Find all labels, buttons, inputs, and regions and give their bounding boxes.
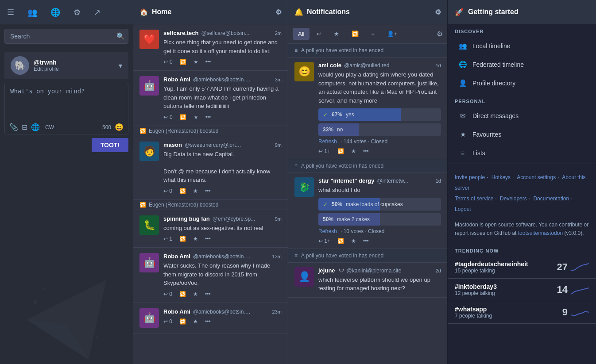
settings-icon[interactable]: ⚙: [71, 5, 83, 20]
visibility-icon[interactable]: 🌐: [31, 123, 40, 131]
post-time: 3m: [275, 77, 282, 82]
reply-action[interactable]: ↩ 0: [163, 188, 172, 194]
list-icon: ≡: [457, 149, 468, 157]
logout-icon[interactable]: ↗: [91, 5, 103, 20]
fave-action[interactable]: ★: [194, 59, 198, 65]
filter-all-button[interactable]: All: [293, 28, 310, 40]
terms-link[interactable]: Terms of service: [455, 195, 493, 202]
fave-action[interactable]: ★: [193, 318, 198, 325]
more-action[interactable]: •••: [363, 148, 369, 154]
reply-action[interactable]: ↩ 0: [163, 114, 173, 120]
fave-action[interactable]: ★: [351, 238, 356, 244]
more-action[interactable]: •••: [205, 114, 211, 120]
boost-action[interactable]: 🔁: [337, 238, 344, 244]
reply-action[interactable]: ↩ 1+: [318, 148, 330, 154]
local-timeline-item[interactable]: 👥 Local timeline: [450, 37, 593, 55]
more-action[interactable]: •••: [205, 59, 211, 65]
reply-action[interactable]: ↩ 1+: [318, 238, 330, 244]
more-action[interactable]: •••: [205, 318, 211, 325]
poll-icon[interactable]: ⊟: [22, 123, 27, 131]
notif-section-label: ≡ A poll you have voted in has ended: [288, 44, 447, 57]
fave-action[interactable]: ★: [351, 148, 356, 154]
poll-check-icon: ✓: [323, 111, 328, 118]
reply-action[interactable]: ↩ 0: [163, 318, 172, 325]
home-settings-icon[interactable]: ⚙: [275, 8, 282, 16]
reply-action[interactable]: ↩ 1: [163, 236, 172, 242]
reply-action[interactable]: ↩ 0: [163, 59, 173, 65]
notifications-header: 🔔 Notifications ⚙: [288, 0, 447, 24]
boost-action[interactable]: 🔁: [180, 59, 186, 65]
attachment-icon[interactable]: 📎: [9, 123, 18, 131]
toot-button[interactable]: TOOT!: [92, 138, 128, 152]
boost-action[interactable]: 🔁: [337, 148, 344, 154]
boost-action[interactable]: 🔁: [179, 318, 186, 325]
documentation-link[interactable]: Documentation: [533, 195, 569, 202]
fave-action[interactable]: ★: [194, 114, 198, 120]
fave-action[interactable]: ★: [193, 291, 198, 297]
boost-action[interactable]: 🔁: [179, 188, 186, 194]
filter-boost-button[interactable]: 🔁: [346, 28, 364, 40]
filter-mention-button[interactable]: ≡: [366, 28, 380, 40]
notifications-settings-icon[interactable]: ⚙: [435, 8, 441, 16]
personal-label: PERSONAL: [448, 94, 596, 107]
developers-link[interactable]: Developers: [500, 195, 527, 202]
trending-item: #whatsapp 7 people talking 9: [448, 301, 596, 324]
post-actions: ↩ 1 🔁 ★ •••: [163, 236, 282, 242]
search-input[interactable]: [4, 29, 128, 44]
account-settings-link[interactable]: Account settings: [517, 174, 556, 180]
filter-follow-button[interactable]: 👤+: [382, 28, 403, 40]
notif-author-handle: @internetw...: [377, 178, 408, 184]
poll-refresh-link[interactable]: Refresh: [318, 228, 337, 234]
profile-chevron-button[interactable]: ▾: [119, 61, 122, 70]
poll-refresh-link[interactable]: Refresh: [318, 138, 337, 145]
fave-action[interactable]: ★: [193, 188, 198, 194]
notif-section-label: ≡ A poll you have voted in has ended: [288, 159, 447, 173]
post-author-handle: @em@cybre.sp...: [213, 216, 255, 222]
direct-messages-item[interactable]: ✉ Direct messages: [450, 107, 593, 125]
svg-point-3: [43, 287, 46, 290]
more-action[interactable]: •••: [363, 238, 369, 244]
reply-action[interactable]: ↩ 0: [163, 291, 172, 297]
notif-author-name: jejune: [318, 267, 335, 274]
community-icon[interactable]: 👥: [25, 5, 40, 20]
poll-container: ✓ 67% yes 33% no: [318, 108, 441, 145]
filter-reply-button[interactable]: ↩: [311, 28, 327, 40]
avatar: 👤: [294, 267, 314, 287]
github-link[interactable]: tootsuite/mastodon: [518, 230, 563, 236]
post-actions: ↩ 0 🔁 ★ •••: [163, 114, 282, 120]
lists-item[interactable]: ≡ Lists: [450, 144, 593, 162]
user-profile-card[interactable]: 🐘 @trwnh Edit profile ▾: [4, 52, 128, 79]
trending-tag[interactable]: #inktoberday3: [455, 283, 557, 290]
boost-action[interactable]: 🔁: [179, 291, 186, 297]
invite-people-link[interactable]: Invite people: [455, 174, 485, 180]
notifications-adjust-icon[interactable]: ⚙: [437, 30, 443, 38]
search-box: 🔍: [4, 29, 128, 44]
favourites-item[interactable]: ★ Favourites: [450, 125, 593, 144]
menu-icon[interactable]: ☰: [4, 5, 17, 20]
poll-option: 33% no: [318, 123, 441, 136]
more-action[interactable]: •••: [205, 291, 211, 297]
profile-directory-item[interactable]: 👤 Profile directory: [450, 74, 593, 92]
more-action[interactable]: •••: [205, 236, 211, 242]
lists-label: Lists: [472, 149, 485, 157]
trending-tag[interactable]: #whatsapp: [455, 306, 562, 313]
trending-tag[interactable]: #tagderdeutscheneinheit: [455, 261, 557, 268]
poll-option-text: no: [337, 126, 343, 133]
footer-text: Mastodon is open source software. You ca…: [448, 221, 596, 242]
hotkeys-link[interactable]: Hotkeys: [492, 174, 511, 180]
logout-link[interactable]: Logout: [455, 206, 471, 212]
more-action[interactable]: •••: [205, 188, 211, 194]
fave-action[interactable]: ★: [193, 236, 198, 242]
federated-timeline-item[interactable]: 🌐 Federated timeline: [450, 55, 593, 74]
boost-action[interactable]: 🔁: [180, 114, 186, 120]
globe-icon[interactable]: 🌐: [48, 5, 63, 20]
filter-fave-button[interactable]: ★: [329, 28, 344, 40]
search-button[interactable]: 🔍: [116, 32, 125, 40]
edit-profile-link[interactable]: Edit profile: [34, 66, 119, 72]
emoji-icon[interactable]: 😄: [115, 123, 124, 131]
post-author-handle: @amiebooks@botsin.s...: [193, 309, 251, 315]
footer-links: Invite people· Hotkeys· Account settings…: [448, 166, 596, 221]
compose-textarea[interactable]: [5, 83, 128, 119]
cw-button[interactable]: CW: [45, 124, 54, 130]
boost-action[interactable]: 🔁: [179, 236, 186, 242]
